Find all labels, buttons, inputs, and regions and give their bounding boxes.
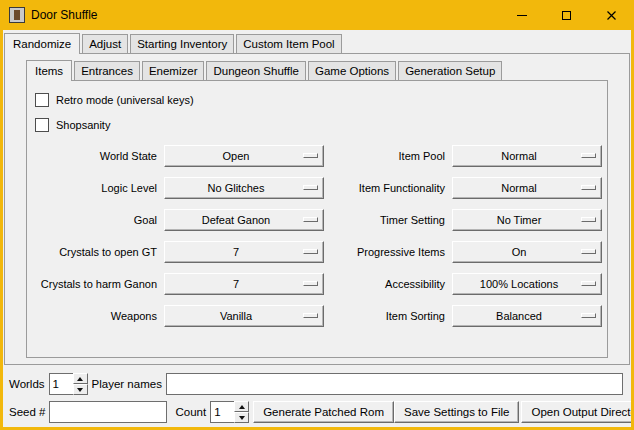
seed-label: Seed # xyxy=(9,406,45,418)
close-button[interactable] xyxy=(589,0,634,30)
menu-indicator-icon xyxy=(581,249,596,254)
maximize-icon xyxy=(562,11,571,20)
menu-indicator-icon xyxy=(581,185,596,190)
tab-enemizer[interactable]: Enemizer xyxy=(142,61,205,80)
arrow-up-icon xyxy=(239,405,245,409)
logic-level-value: No Glitches xyxy=(208,182,265,194)
item-functionality-value: Normal xyxy=(501,182,536,194)
item-functionality-label: Item Functionality xyxy=(331,182,445,194)
save-settings-button[interactable]: Save Settings to File xyxy=(394,401,519,423)
worlds-value: 1 xyxy=(53,378,59,390)
worlds-row: Worlds 1 Player names xyxy=(9,373,625,395)
count-input[interactable]: 1 xyxy=(210,401,234,423)
retro-mode-checkbox[interactable] xyxy=(35,93,49,107)
item-sorting-label: Item Sorting xyxy=(331,310,445,322)
tab-randomize[interactable]: Randomize xyxy=(4,33,80,54)
retro-mode-label[interactable]: Retro mode (universal keys) xyxy=(56,94,194,106)
tab-adjust[interactable]: Adjust xyxy=(82,34,128,53)
open-output-directory-button[interactable]: Open Output Directory xyxy=(521,401,631,423)
bottom-bar: Worlds 1 Player names Seed # Count xyxy=(9,373,625,423)
progressive-items-label: Progressive Items xyxy=(331,246,445,258)
menu-indicator-icon xyxy=(581,217,596,222)
outer-tab-bar: Randomize Adjust Starting Inventory Cust… xyxy=(4,33,631,53)
world-state-label: World State xyxy=(33,150,157,162)
worlds-increment-button[interactable] xyxy=(73,373,88,384)
accessibility-dropdown[interactable]: 100% Locations xyxy=(452,273,602,295)
tab-generation-setup[interactable]: Generation Setup xyxy=(398,61,502,80)
window-content: Randomize Adjust Starting Inventory Cust… xyxy=(3,30,631,427)
weapons-label: Weapons xyxy=(33,310,157,322)
timer-setting-dropdown[interactable]: No Timer xyxy=(452,209,602,231)
minimize-icon xyxy=(517,15,527,16)
count-decrement-button[interactable] xyxy=(234,412,249,423)
tab-custom-item-pool[interactable]: Custom Item Pool xyxy=(236,34,341,53)
worlds-label: Worlds xyxy=(9,378,45,390)
crystals-open-gt-label: Crystals to open GT xyxy=(33,246,157,258)
weapons-value: Vanilla xyxy=(220,310,252,322)
accessibility-label: Accessibility xyxy=(331,278,445,290)
goal-dropdown[interactable]: Defeat Ganon xyxy=(164,209,324,231)
menu-indicator-icon xyxy=(581,153,596,158)
arrow-down-icon xyxy=(77,388,83,392)
world-state-dropdown[interactable]: Open xyxy=(164,145,324,167)
player-names-label: Player names xyxy=(92,378,162,390)
logic-level-dropdown[interactable]: No Glitches xyxy=(164,177,324,199)
player-names-input[interactable] xyxy=(166,373,623,395)
tab-entrances[interactable]: Entrances xyxy=(74,61,140,80)
worlds-decrement-button[interactable] xyxy=(73,384,88,395)
tab-items[interactable]: Items xyxy=(26,60,72,81)
shopsanity-checkbox[interactable] xyxy=(35,118,49,132)
maximize-button[interactable] xyxy=(544,0,589,30)
crystals-harm-ganon-dropdown[interactable]: 7 xyxy=(164,273,324,295)
menu-indicator-icon xyxy=(303,153,318,158)
inner-tab-bar: Items Entrances Enemizer Dungeon Shuffle… xyxy=(26,60,629,80)
timer-setting-label: Timer Setting xyxy=(331,214,445,226)
retro-mode-row[interactable]: Retro mode (universal keys) xyxy=(35,91,603,108)
goal-value: Defeat Ganon xyxy=(202,214,271,226)
progressive-items-value: On xyxy=(512,246,527,258)
minimize-button[interactable] xyxy=(499,0,544,30)
weapons-dropdown[interactable]: Vanilla xyxy=(164,305,324,327)
item-functionality-dropdown[interactable]: Normal xyxy=(452,177,602,199)
worlds-spinner: 1 xyxy=(49,373,88,395)
logic-level-label: Logic Level xyxy=(33,182,157,194)
item-sorting-dropdown[interactable]: Balanced xyxy=(452,305,602,327)
shopsanity-row[interactable]: Shopsanity xyxy=(35,116,603,133)
item-pool-dropdown[interactable]: Normal xyxy=(452,145,602,167)
goal-label: Goal xyxy=(33,214,157,226)
worlds-input[interactable]: 1 xyxy=(49,373,73,395)
seed-input[interactable] xyxy=(49,401,167,423)
item-sorting-value: Balanced xyxy=(496,310,542,322)
window-title: Door Shuffle xyxy=(31,8,98,22)
timer-setting-value: No Timer xyxy=(497,214,542,226)
tab-starting-inventory[interactable]: Starting Inventory xyxy=(130,34,234,53)
menu-indicator-icon xyxy=(303,281,318,286)
close-icon xyxy=(606,10,617,21)
progressive-items-dropdown[interactable]: On xyxy=(452,241,602,263)
count-label: Count xyxy=(175,406,206,418)
seed-row: Seed # Count 1 Generate Patched Rom Save… xyxy=(9,401,625,423)
accessibility-value: 100% Locations xyxy=(480,278,558,290)
count-value: 1 xyxy=(214,406,220,418)
menu-indicator-icon xyxy=(581,313,596,318)
crystals-open-gt-dropdown[interactable]: 7 xyxy=(164,241,324,263)
count-spinner-arrows xyxy=(234,401,249,423)
app-icon[interactable] xyxy=(9,7,25,23)
crystals-harm-ganon-value: 7 xyxy=(233,278,239,290)
item-pool-label: Item Pool xyxy=(331,150,445,162)
menu-indicator-icon xyxy=(303,185,318,190)
tab-game-options[interactable]: Game Options xyxy=(308,61,396,80)
window: Door Shuffle Randomize Adjust Starting I… xyxy=(0,0,634,430)
crystals-harm-ganon-label: Crystals to harm Ganon xyxy=(33,278,157,290)
arrow-down-icon xyxy=(239,416,245,420)
count-increment-button[interactable] xyxy=(234,401,249,412)
crystals-open-gt-value: 7 xyxy=(233,246,239,258)
generate-patched-rom-button[interactable]: Generate Patched Rom xyxy=(253,401,394,423)
titlebar[interactable]: Door Shuffle xyxy=(0,0,634,30)
tab-dungeon-shuffle[interactable]: Dungeon Shuffle xyxy=(206,61,305,80)
world-state-value: Open xyxy=(223,150,250,162)
shopsanity-label[interactable]: Shopsanity xyxy=(56,119,110,131)
randomize-panel: Items Entrances Enemizer Dungeon Shuffle… xyxy=(4,53,630,365)
count-spinner: 1 xyxy=(210,401,249,423)
items-panel: Retro mode (universal keys) Shopsanity W… xyxy=(26,80,608,358)
